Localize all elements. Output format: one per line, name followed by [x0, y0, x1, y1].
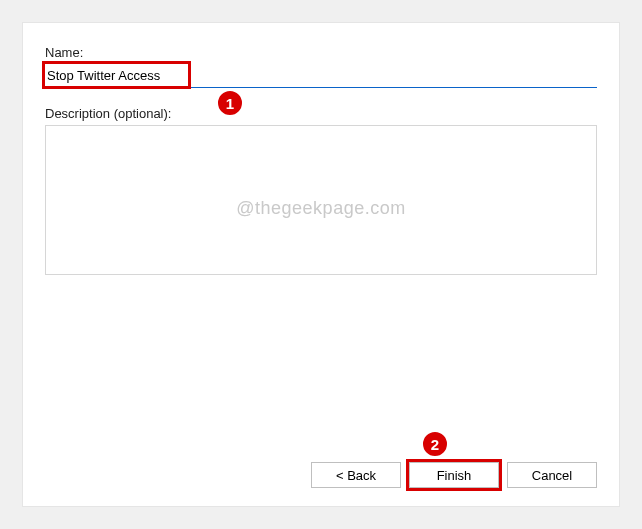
wizard-dialog: Name: Description (optional): < Back Fin… — [22, 22, 620, 507]
finish-button[interactable]: Finish — [409, 462, 499, 488]
name-label: Name: — [45, 45, 597, 60]
name-input-wrap — [45, 64, 597, 88]
finish-wrap: Finish — [409, 462, 499, 488]
back-button[interactable]: < Back — [311, 462, 401, 488]
annotation-badge-2: 2 — [421, 430, 449, 458]
description-label: Description (optional): — [45, 106, 597, 121]
name-input[interactable] — [45, 64, 597, 88]
form-area: Name: Description (optional): — [23, 23, 619, 278]
cancel-button[interactable]: Cancel — [507, 462, 597, 488]
button-row: < Back Finish Cancel — [311, 462, 597, 488]
description-input[interactable] — [45, 125, 597, 275]
